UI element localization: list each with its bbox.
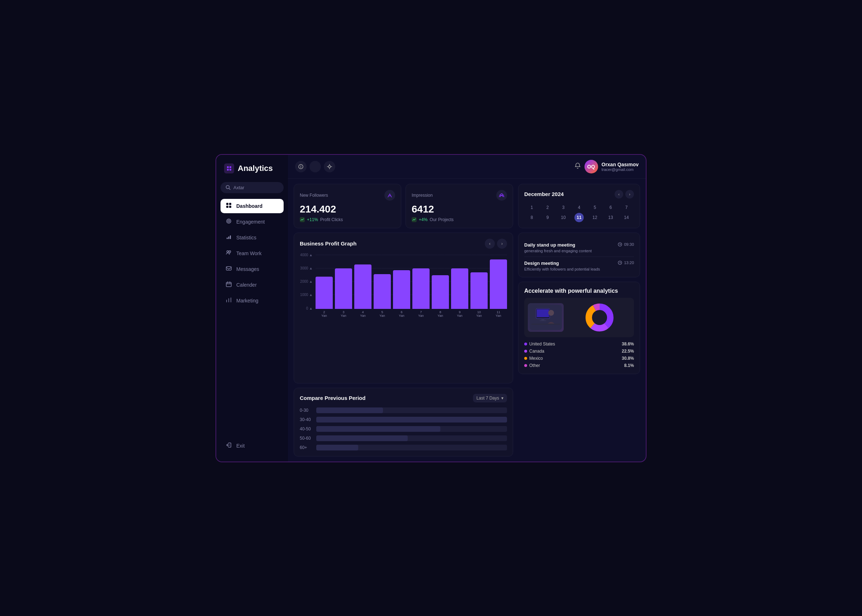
info-button[interactable] [295, 161, 307, 172]
event-desc: Efficiently with followers and potential… [524, 267, 600, 271]
header-icons [295, 161, 335, 172]
bar[interactable] [412, 269, 430, 309]
bar[interactable] [432, 275, 449, 308]
cal-day[interactable]: 3 [559, 203, 568, 212]
calendar-next[interactable]: › [626, 190, 634, 198]
grid-label: 1000 ▲ [300, 293, 313, 297]
bar-month: Yan [399, 314, 404, 317]
svg-rect-6 [226, 203, 229, 205]
svg-rect-48 [541, 319, 544, 321]
grid-label: 0 ▲ [300, 306, 313, 310]
moon-button[interactable] [309, 161, 321, 172]
stat-row: Canada 22.5% [524, 349, 634, 354]
bar-date: 3 [342, 310, 344, 314]
sidebar-marketing-label: Marketing [236, 298, 258, 303]
svg-line-5 [229, 189, 230, 190]
cal-day[interactable]: 5 [590, 203, 599, 212]
bar-month: Yan [476, 314, 482, 317]
sidebar-item-dashboard[interactable]: Dashboard [221, 199, 284, 213]
followers-card: New Followers 214.402 [294, 184, 401, 228]
stat-country: United States [529, 341, 555, 347]
cal-day[interactable]: 14 [622, 213, 631, 222]
cal-day[interactable]: 7 [622, 203, 631, 212]
event-details: Daily stand up meeting generating fresh … [524, 242, 592, 253]
sidebar-item-messages[interactable]: Messages [221, 262, 284, 276]
stat-row: Other 8.1% [524, 363, 634, 368]
cal-day[interactable]: 8 [527, 213, 536, 222]
analytics-image [528, 303, 564, 332]
search-box[interactable]: Axtar [221, 182, 284, 193]
calendar-prev[interactable]: ‹ [615, 190, 623, 198]
sidebar-calender-label: Calender [236, 282, 257, 288]
sidebar-item-calender[interactable]: Calender [221, 278, 284, 292]
cal-day[interactable]: 13 [606, 213, 615, 222]
bar-month: Yan [418, 314, 424, 317]
bar[interactable] [470, 272, 488, 309]
bar-chart-card: Business Profit Graph ‹ › 4000 ▲3000 ▲20… [294, 233, 513, 383]
analytics-promo: Accelerate with powerful analytics [518, 282, 640, 374]
bar[interactable] [354, 264, 372, 309]
sidebar-teamwork-label: Team Work [236, 250, 262, 256]
bar[interactable] [393, 270, 410, 308]
search-label: Axtar [233, 185, 244, 190]
event-time: 13:20 [624, 261, 634, 265]
bar-date: 11 [496, 310, 500, 314]
compare-row: 40-50 [300, 426, 507, 432]
bar[interactable] [315, 277, 333, 308]
stat-pct: 8.1% [624, 363, 634, 368]
bar[interactable] [451, 269, 468, 309]
event-title: Design meeting [524, 261, 600, 266]
sidebar-item-exit[interactable]: Exit [221, 438, 284, 453]
calendar-title: December 2024 [524, 191, 564, 197]
bar-month: Yan [321, 314, 327, 317]
user-info: Orxan Qasımov tracer@gmail.com [602, 162, 639, 172]
cal-day[interactable]: 11 [574, 213, 584, 222]
sidebar-messages-label: Messages [236, 266, 259, 272]
sidebar-dashboard-label: Dashboard [236, 203, 263, 209]
event-row: Daily stand up meeting generating fresh … [524, 242, 634, 253]
svg-point-17 [229, 250, 231, 252]
cal-day[interactable]: 2 [543, 203, 552, 212]
bar[interactable] [490, 259, 507, 308]
compare-title: Compare Previous Period [300, 395, 366, 401]
cal-day[interactable]: 4 [574, 203, 584, 212]
clock-icon [618, 261, 622, 265]
stat-pct: 38.6% [622, 341, 634, 347]
sidebar-item-marketing[interactable]: Marketing [221, 294, 284, 308]
cal-day[interactable]: 10 [559, 213, 568, 222]
svg-rect-9 [229, 206, 231, 208]
engagement-icon [225, 218, 232, 225]
cal-day[interactable]: 1 [527, 203, 536, 212]
sun-button[interactable] [324, 161, 335, 172]
followers-change: +11% [307, 217, 318, 222]
cal-day[interactable]: 6 [606, 203, 615, 212]
event-title: Daily stand up meeting [524, 242, 592, 248]
bar-date: 5 [381, 310, 383, 314]
bell-button[interactable] [574, 162, 581, 171]
sidebar-statistics-label: Statistics [236, 235, 256, 240]
bar-month: Yan [360, 314, 366, 317]
bar-date: 7 [420, 310, 422, 314]
compare-row: 30-40 [300, 417, 507, 423]
sidebar-item-engagement[interactable]: Engagement [221, 215, 284, 229]
sidebar-item-statistics[interactable]: Statistics [221, 230, 284, 245]
bar-month: Yan [438, 314, 443, 317]
bar-group [315, 253, 333, 309]
sidebar-item-teamwork[interactable]: Team Work [221, 246, 284, 261]
stat-dot-label: Mexico [524, 356, 543, 361]
period-selector[interactable]: Last 7 Days ▾ [473, 394, 507, 402]
impression-change: +4% [419, 217, 427, 222]
stats-list: United States 38.6% Canada 22.5% Mexico … [524, 341, 634, 368]
bar[interactable] [373, 274, 391, 308]
impression-trend-icon [411, 217, 417, 222]
messages-icon [225, 266, 232, 273]
bar-chart-prev[interactable]: ‹ [485, 239, 495, 249]
bar-chart-next[interactable]: › [497, 239, 507, 249]
cal-day[interactable]: 12 [590, 213, 599, 222]
bar[interactable] [335, 269, 352, 309]
svg-rect-7 [229, 203, 231, 205]
compare-row-label: 40-50 [300, 426, 313, 431]
cal-day[interactable]: 9 [543, 213, 552, 222]
clock-icon [618, 242, 622, 247]
bar-date: 4 [362, 310, 364, 314]
